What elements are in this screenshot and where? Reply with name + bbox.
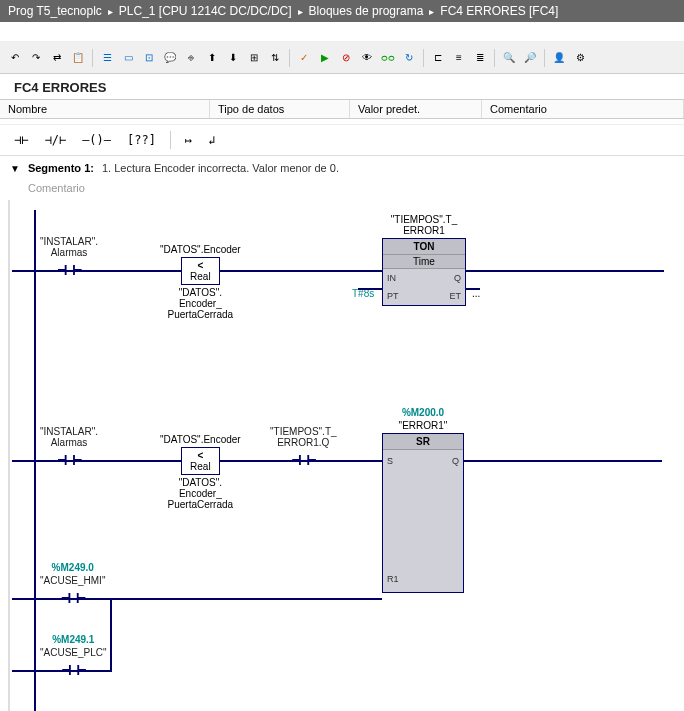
contact-no[interactable]: "TIEMPOS".T_ ERROR1.Q ⊣ ⊢ <box>270 426 337 469</box>
contact-label: "TIEMPOS".T_ ERROR1.Q <box>270 426 337 448</box>
tool-comment-icon[interactable]: 💬 <box>161 49 179 67</box>
compare-in1: "DATOS".Encoder <box>160 434 241 445</box>
tool-stop-icon[interactable]: ⊘ <box>337 49 355 67</box>
pin-et: ET <box>449 291 461 301</box>
breadcrumb-item[interactable]: Bloques de programa <box>309 4 424 18</box>
contact-label: "INSTALAR". Alarmas <box>40 426 98 448</box>
interface-table-header: Nombre Tipo de datos Valor predet. Comen… <box>0 99 684 119</box>
sr-block[interactable]: %M200.0 "ERROR1" SR S Q R1 <box>382 407 464 593</box>
compare-block[interactable]: "DATOS".Encoder < Real "DATOS". Encoder_… <box>160 244 241 320</box>
contact-no[interactable]: %M249.1 "ACUSE_PLC" ⊣ ⊢ <box>40 634 107 679</box>
contact-symbol-icon: ⊣ ⊢ <box>292 450 315 469</box>
pin-in: IN <box>387 273 399 283</box>
compare-type: Real <box>190 461 211 472</box>
col-name[interactable]: Nombre <box>0 100 210 118</box>
contact-label: "INSTALAR". Alarmas <box>40 236 98 258</box>
sr-instance: "ERROR1" <box>382 420 464 431</box>
breadcrumb-item[interactable]: PLC_1 [CPU 1214C DC/DC/DC] <box>119 4 292 18</box>
tool-window-icon[interactable]: ⊡ <box>140 49 158 67</box>
compare-in2: "DATOS". Encoder_ PuertaCerrada <box>168 287 234 320</box>
col-type[interactable]: Tipo de datos <box>210 100 350 118</box>
segment-header[interactable]: ▼ Segmento 1: 1. Lectura Encoder incorre… <box>0 156 684 180</box>
contact-symbol-icon: ⊣ ⊢ <box>62 660 85 679</box>
tool-down-icon[interactable]: ⬇ <box>224 49 242 67</box>
tool-check-icon[interactable]: ✓ <box>295 49 313 67</box>
compare-in1: "DATOS".Encoder <box>160 244 241 255</box>
ton-type: Time <box>383 255 465 269</box>
tool-glasses-icon[interactable]: ᴑᴑ <box>379 49 397 67</box>
ladder-network[interactable]: "INSTALAR". Alarmas ⊣ ⊢ "DATOS".Encoder … <box>8 200 684 711</box>
tool-list-icon[interactable]: ☰ <box>98 49 116 67</box>
branch-close-icon[interactable]: ↲ <box>204 131 219 149</box>
box-icon[interactable]: [??] <box>123 131 160 149</box>
contact-no[interactable]: %M249.0 "ACUSE_HMI" ⊣ ⊢ <box>40 562 105 607</box>
sr-title: SR <box>383 434 463 450</box>
branch-icon[interactable]: ↦ <box>181 131 196 149</box>
ton-instance: "TIEMPOS".T_ ERROR1 <box>382 214 466 236</box>
tool-paste-icon[interactable]: 📋 <box>69 49 87 67</box>
compare-op: < <box>190 260 211 271</box>
ton-block[interactable]: "TIEMPOS".T_ ERROR1 TON Time IN PT Q ET … <box>382 214 466 306</box>
tool-kop-icon[interactable]: ⊞ <box>245 49 263 67</box>
breadcrumb-sep: ▸ <box>108 6 113 17</box>
pin-r1: R1 <box>387 574 399 584</box>
tool-box-icon[interactable]: ▭ <box>119 49 137 67</box>
segment-desc: 1. Lectura Encoder incorrecta. Valor men… <box>102 162 339 174</box>
tool-indent-icon[interactable]: ≡ <box>450 49 468 67</box>
tool-redo-icon[interactable]: ↷ <box>27 49 45 67</box>
tool-sync-icon[interactable]: ⇄ <box>48 49 66 67</box>
contact-no-icon[interactable]: ⊣⊢ <box>10 131 32 149</box>
contact-symbol-icon: ⊣ ⊢ <box>58 450 81 469</box>
coil-icon[interactable]: —()— <box>78 131 115 149</box>
tool-monitor-icon[interactable]: 👁 <box>358 49 376 67</box>
segment-comment[interactable]: Comentario <box>0 180 684 200</box>
tool-bracket-icon[interactable]: ⊏ <box>429 49 447 67</box>
contact-no[interactable]: "INSTALAR". Alarmas ⊣ ⊢ <box>40 426 98 469</box>
contact-address: %M249.1 <box>52 634 94 645</box>
toolbar: ↶ ↷ ⇄ 📋 ☰ ▭ ⊡ 💬 ⎆ ⬆ ⬇ ⊞ ⇅ ✓ ▶ ⊘ 👁 ᴑᴑ ↻ ⊏… <box>0 42 684 74</box>
pin-q: Q <box>452 456 459 466</box>
compare-op: < <box>190 450 211 461</box>
compare-in2: "DATOS". Encoder_ PuertaCerrada <box>168 477 234 510</box>
tool-outdent-icon[interactable]: ≣ <box>471 49 489 67</box>
pin-q: Q <box>449 273 461 283</box>
contact-label: "ACUSE_PLC" <box>40 647 107 658</box>
tool-insert-icon[interactable]: ⎆ <box>182 49 200 67</box>
breadcrumb-item[interactable]: Prog T5_tecnoplc <box>8 4 102 18</box>
compare-block[interactable]: "DATOS".Encoder < Real "DATOS". Encoder_… <box>160 434 241 510</box>
tool-up-icon[interactable]: ⬆ <box>203 49 221 67</box>
tool-user-icon[interactable]: 👤 <box>550 49 568 67</box>
sr-address: %M200.0 <box>382 407 464 418</box>
contact-symbol-icon: ⊣ ⊢ <box>61 588 84 607</box>
instruction-bar: ⊣⊢ ⊣/⊢ —()— [??] ↦ ↲ <box>0 125 684 156</box>
tool-toggle-icon[interactable]: ⇅ <box>266 49 284 67</box>
tool-undo-icon[interactable]: ↶ <box>6 49 24 67</box>
col-default[interactable]: Valor predet. <box>350 100 482 118</box>
tool-replace-icon[interactable]: 🔎 <box>521 49 539 67</box>
breadcrumb-sep: ▸ <box>298 6 303 17</box>
ton-title: TON <box>383 239 465 255</box>
compare-type: Real <box>190 271 211 282</box>
col-comment[interactable]: Comentario <box>482 100 684 118</box>
tool-go-icon[interactable]: ▶ <box>316 49 334 67</box>
block-title: FC4 ERRORES <box>0 74 684 99</box>
contact-no[interactable]: "INSTALAR". Alarmas ⊣ ⊢ <box>40 236 98 279</box>
contact-address: %M249.0 <box>52 562 94 573</box>
tool-find-icon[interactable]: 🔍 <box>500 49 518 67</box>
collapse-icon[interactable]: ▼ <box>10 163 20 174</box>
breadcrumb: Prog T5_tecnoplc ▸ PLC_1 [CPU 1214C DC/D… <box>0 0 684 22</box>
contact-symbol-icon: ⊣ ⊢ <box>58 260 81 279</box>
segment-label: Segmento 1: <box>28 162 94 174</box>
tool-refresh-icon[interactable]: ↻ <box>400 49 418 67</box>
contact-nc-icon[interactable]: ⊣/⊢ <box>40 131 70 149</box>
tool-settings-icon[interactable]: ⚙ <box>571 49 589 67</box>
pin-pt: PT <box>387 291 399 301</box>
contact-label: "ACUSE_HMI" <box>40 575 105 586</box>
pin-s: S <box>387 456 393 466</box>
breadcrumb-item[interactable]: FC4 ERRORES [FC4] <box>440 4 558 18</box>
breadcrumb-sep: ▸ <box>429 6 434 17</box>
